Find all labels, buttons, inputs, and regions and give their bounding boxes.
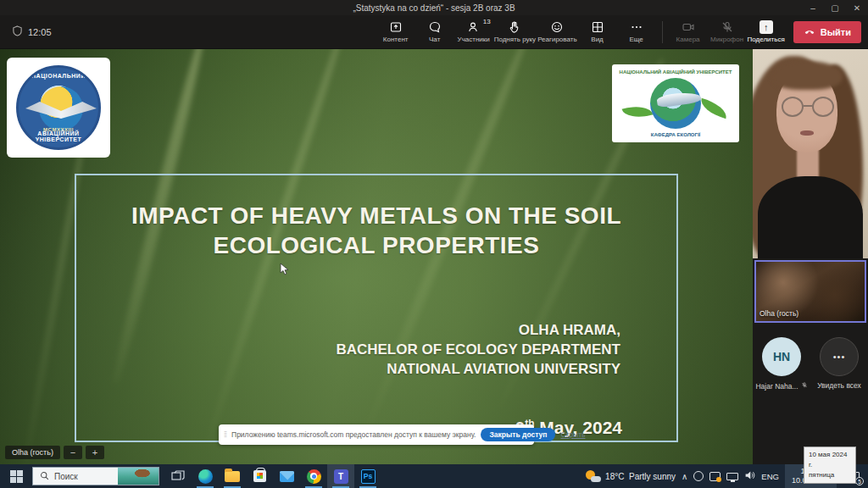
university-emblem: НАЦІОНАЛЬНИЙ MCMXXXIII АВІАЦІЙНИЙ УНІВЕР…	[16, 65, 101, 150]
camera-button-label: Камера	[676, 36, 700, 43]
teams-meeting-window: „Statystyka na co dzień“ - sesja 2B oraz…	[0, 0, 868, 488]
tooltip-date: 10 мая 2024 г.	[809, 450, 851, 470]
window-controls: – ▢ ✕	[802, 0, 868, 15]
weather-temp: 18°C	[605, 472, 624, 481]
participant-hn[interactable]: HN Hajar Naha...	[755, 337, 808, 391]
glasses	[782, 97, 834, 119]
windows-logo-icon	[10, 470, 23, 483]
start-button[interactable]	[0, 464, 32, 488]
logo-ring-text-bottom: АВІАЦІЙНИЙ УНІВЕРСИТЕТ	[19, 130, 98, 142]
participant-name: Hajar Naha...	[755, 382, 798, 391]
leaf-icon	[622, 102, 654, 122]
teams-app-icon[interactable]: T	[327, 464, 354, 488]
search-icon	[40, 469, 49, 484]
tray-app-icon[interactable]	[693, 471, 704, 481]
hangup-icon	[804, 25, 815, 39]
logo-arc-text-top: НАЦІОНАЛЬНИЙ АВІАЦІЙНИЙ УНІВЕРСИТЕТ	[616, 69, 735, 75]
mail-app-icon[interactable]	[273, 464, 300, 488]
participants-button[interactable]: 13 Участники	[455, 16, 492, 48]
toolbar-buttons: Контент Чат 13 Участники Поднять руку Ре…	[377, 16, 868, 48]
zoom-out-button[interactable]: −	[64, 446, 82, 459]
window-title: „Statystyka na co dzień“ - sesja 2B oraz…	[353, 3, 515, 13]
clock-tooltip: 10 мая 2024 г. пятница	[804, 446, 856, 484]
language-indicator[interactable]: ENG	[761, 472, 779, 481]
weather-condition: Partly sunny	[629, 472, 676, 481]
camera-button[interactable]: Камера	[670, 16, 707, 48]
share-button[interactable]: ↑ Поделиться	[748, 16, 785, 48]
more-participants-icon[interactable]: •••	[820, 337, 859, 376]
presenter-overlay: Olha (гость) − +	[5, 446, 104, 459]
self-video-label: Olha (гость)	[760, 309, 798, 318]
microphone-button-label: Микрофон	[710, 36, 743, 43]
self-video-tile[interactable]: Olha (гость)	[754, 260, 866, 323]
view-button[interactable]: Вид	[579, 16, 616, 48]
participant-video-main[interactable]	[753, 49, 868, 258]
hide-banner-link[interactable]: Скрыть	[560, 430, 585, 439]
view-button-label: Вид	[591, 36, 603, 43]
network-icon[interactable]	[726, 473, 738, 480]
slide-title-line1: IMPACT OF HEAVY METALS ON THE SOIL	[76, 201, 676, 230]
chat-button-label: Чат	[429, 36, 440, 43]
security-alert-icon[interactable]	[709, 472, 721, 481]
university-logo-left: НАЦІОНАЛЬНИЙ MCMXXXIII АВІАЦІЙНИЙ УНІВЕР…	[7, 58, 110, 158]
microsoft-store-app-icon[interactable]	[246, 464, 273, 488]
window-titlebar: „Statystyka na co dzień“ - sesja 2B oraz…	[0, 0, 868, 15]
author-department: BACHELOR OF ECOLOGY DEPARTMENT	[336, 341, 620, 360]
chrome-app-icon[interactable]	[300, 464, 327, 488]
weather-widget[interactable]: 18°C Partly sunny	[586, 470, 676, 482]
more-button[interactable]: Еще	[618, 16, 655, 48]
zoom-in-button[interactable]: +	[86, 446, 104, 459]
file-explorer-app-icon[interactable]	[219, 464, 246, 488]
content-button[interactable]: Контент	[377, 16, 415, 48]
more-button-label: Еще	[629, 36, 643, 43]
logo-arc-text-bottom: КАФЕДРА ЕКОЛОГІЇ	[616, 132, 735, 137]
slide-author-block: OLHA HRAMA, BACHELOR OF ECOLOGY DEPARTME…	[336, 321, 620, 380]
drag-handle-icon[interactable]: ⁞⁞	[224, 430, 226, 439]
meeting-toolbar: 12:05 Контент Чат 13 Участники Поднять р…	[0, 15, 868, 49]
hidden-icons-chevron[interactable]: ∧	[682, 472, 687, 481]
tooltip-weekday: пятница	[809, 470, 851, 480]
slide-title: IMPACT OF HEAVY METALS ON THE SOIL ECOLO…	[76, 201, 676, 260]
minimize-icon[interactable]: –	[802, 0, 824, 15]
leave-button[interactable]: Выйти	[793, 21, 861, 43]
search-placeholder: Поиск	[54, 472, 78, 481]
participant-avatars: HN Hajar Naha... ••• Увидеть всех	[753, 337, 868, 391]
share-banner-text: Приложению teams.microsoft.com предостав…	[231, 430, 476, 439]
content-button-label: Контент	[383, 36, 409, 43]
share-button-label: Поделиться	[748, 36, 785, 43]
task-view-button[interactable]	[164, 464, 192, 488]
react-button[interactable]: Реагировать	[537, 16, 576, 48]
meeting-stage: НАЦІОНАЛЬНИЙ MCMXXXIII АВІАЦІЙНИЙ УНІВЕР…	[0, 49, 868, 464]
author-university: NATIONAL AVIATION UNIVERSITY	[336, 360, 620, 380]
react-button-label: Реагировать	[537, 36, 576, 43]
edge-app-icon[interactable]	[192, 464, 219, 488]
raise-hand-button[interactable]: Поднять руку	[494, 16, 536, 48]
see-everyone[interactable]: ••• Увидеть всех	[813, 337, 865, 391]
meeting-timer: 12:05	[12, 25, 52, 38]
ecology-emblem: НАЦІОНАЛЬНИЙ АВІАЦІЙНИЙ УНІВЕРСИТЕТ КАФЕ…	[616, 68, 735, 139]
partly-sunny-icon	[586, 470, 601, 482]
participant-portrait	[800, 130, 814, 136]
participant-portrait	[758, 176, 863, 258]
ecology-department-logo: НАЦІОНАЛЬНИЙ АВІАЦІЙНИЙ УНІВЕРСИТЕТ КАФЕ…	[612, 64, 739, 142]
volume-icon[interactable]	[744, 469, 755, 484]
slide-frame: IMPACT OF HEAVY METALS ON THE SOIL ECOLO…	[75, 174, 678, 442]
toolbar-divider	[662, 21, 663, 43]
share-screen-icon: ↑	[760, 20, 773, 34]
leaf-icon	[698, 98, 730, 119]
stop-share-button[interactable]: Закрыть доступ	[481, 428, 555, 441]
maximize-icon[interactable]: ▢	[824, 0, 846, 15]
windows-taskbar: Поиск T Ps 18°C Partly sunny ∧	[0, 464, 868, 488]
microphone-button[interactable]: Микрофон	[709, 16, 746, 48]
taskbar-search-input[interactable]: Поиск	[32, 467, 159, 485]
see-everyone-label: Увидеть всех	[817, 381, 861, 390]
notification-badge: 5	[855, 477, 864, 485]
photoshop-app-icon[interactable]: Ps	[354, 464, 381, 488]
close-icon[interactable]: ✕	[846, 0, 868, 15]
raise-hand-button-label: Поднять руку	[494, 36, 536, 43]
logo-ring-text-top: НАЦІОНАЛЬНИЙ	[19, 73, 98, 79]
participants-count-badge: 13	[483, 18, 491, 25]
chat-button[interactable]: Чат	[416, 16, 453, 48]
author-name: OLHA HRAMA,	[336, 321, 620, 341]
taskbar-apps: T Ps	[164, 464, 381, 488]
